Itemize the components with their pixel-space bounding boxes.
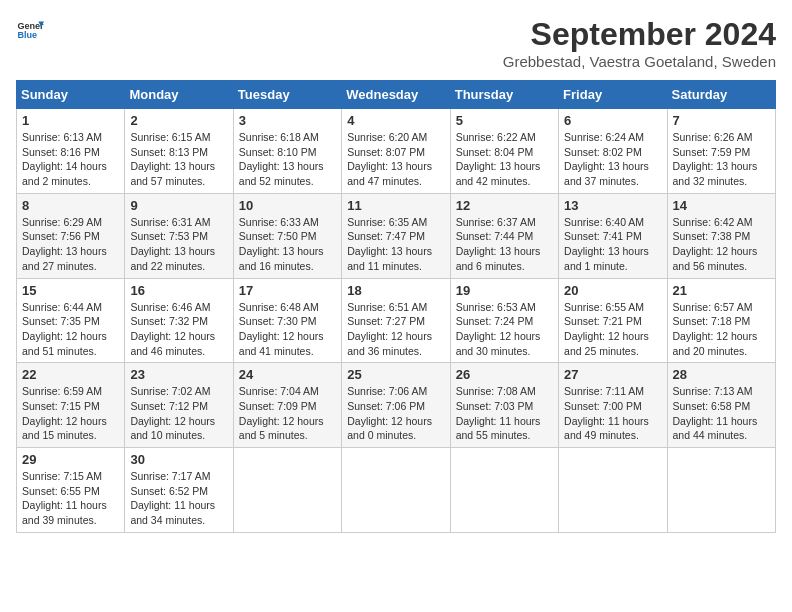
- day-info: Sunrise: 6:42 AM Sunset: 7:38 PM Dayligh…: [673, 215, 770, 274]
- calendar-cell: 8Sunrise: 6:29 AM Sunset: 7:56 PM Daylig…: [17, 193, 125, 278]
- day-number: 5: [456, 113, 553, 128]
- logo: General Blue: [16, 16, 44, 44]
- logo-icon: General Blue: [16, 16, 44, 44]
- day-info: Sunrise: 6:31 AM Sunset: 7:53 PM Dayligh…: [130, 215, 227, 274]
- day-info: Sunrise: 6:15 AM Sunset: 8:13 PM Dayligh…: [130, 130, 227, 189]
- day-number: 16: [130, 283, 227, 298]
- day-info: Sunrise: 7:02 AM Sunset: 7:12 PM Dayligh…: [130, 384, 227, 443]
- calendar-cell: 10Sunrise: 6:33 AM Sunset: 7:50 PM Dayli…: [233, 193, 341, 278]
- day-number: 6: [564, 113, 661, 128]
- week-row-5: 29Sunrise: 7:15 AM Sunset: 6:55 PM Dayli…: [17, 448, 776, 533]
- calendar-cell: 25Sunrise: 7:06 AM Sunset: 7:06 PM Dayli…: [342, 363, 450, 448]
- calendar-cell: [559, 448, 667, 533]
- week-row-1: 1Sunrise: 6:13 AM Sunset: 8:16 PM Daylig…: [17, 109, 776, 194]
- calendar-cell: [450, 448, 558, 533]
- calendar-cell: 1Sunrise: 6:13 AM Sunset: 8:16 PM Daylig…: [17, 109, 125, 194]
- day-info: Sunrise: 6:48 AM Sunset: 7:30 PM Dayligh…: [239, 300, 336, 359]
- day-info: Sunrise: 6:37 AM Sunset: 7:44 PM Dayligh…: [456, 215, 553, 274]
- col-header-tuesday: Tuesday: [233, 81, 341, 109]
- calendar-cell: 4Sunrise: 6:20 AM Sunset: 8:07 PM Daylig…: [342, 109, 450, 194]
- day-number: 27: [564, 367, 661, 382]
- day-info: Sunrise: 6:46 AM Sunset: 7:32 PM Dayligh…: [130, 300, 227, 359]
- day-info: Sunrise: 6:13 AM Sunset: 8:16 PM Dayligh…: [22, 130, 119, 189]
- day-info: Sunrise: 7:17 AM Sunset: 6:52 PM Dayligh…: [130, 469, 227, 528]
- week-row-3: 15Sunrise: 6:44 AM Sunset: 7:35 PM Dayli…: [17, 278, 776, 363]
- day-info: Sunrise: 6:26 AM Sunset: 7:59 PM Dayligh…: [673, 130, 770, 189]
- day-number: 26: [456, 367, 553, 382]
- calendar-cell: 26Sunrise: 7:08 AM Sunset: 7:03 PM Dayli…: [450, 363, 558, 448]
- day-number: 30: [130, 452, 227, 467]
- calendar-cell: 12Sunrise: 6:37 AM Sunset: 7:44 PM Dayli…: [450, 193, 558, 278]
- col-header-wednesday: Wednesday: [342, 81, 450, 109]
- calendar-cell: 29Sunrise: 7:15 AM Sunset: 6:55 PM Dayli…: [17, 448, 125, 533]
- col-header-monday: Monday: [125, 81, 233, 109]
- subtitle: Grebbestad, Vaestra Goetaland, Sweden: [503, 53, 776, 70]
- svg-text:Blue: Blue: [17, 30, 37, 40]
- calendar-cell: 19Sunrise: 6:53 AM Sunset: 7:24 PM Dayli…: [450, 278, 558, 363]
- day-number: 13: [564, 198, 661, 213]
- calendar-cell: 21Sunrise: 6:57 AM Sunset: 7:18 PM Dayli…: [667, 278, 775, 363]
- day-info: Sunrise: 6:22 AM Sunset: 8:04 PM Dayligh…: [456, 130, 553, 189]
- day-number: 11: [347, 198, 444, 213]
- day-info: Sunrise: 6:20 AM Sunset: 8:07 PM Dayligh…: [347, 130, 444, 189]
- calendar-cell: 30Sunrise: 7:17 AM Sunset: 6:52 PM Dayli…: [125, 448, 233, 533]
- calendar-cell: [342, 448, 450, 533]
- calendar-cell: 3Sunrise: 6:18 AM Sunset: 8:10 PM Daylig…: [233, 109, 341, 194]
- day-info: Sunrise: 6:24 AM Sunset: 8:02 PM Dayligh…: [564, 130, 661, 189]
- day-number: 19: [456, 283, 553, 298]
- day-info: Sunrise: 6:53 AM Sunset: 7:24 PM Dayligh…: [456, 300, 553, 359]
- calendar-cell: 13Sunrise: 6:40 AM Sunset: 7:41 PM Dayli…: [559, 193, 667, 278]
- day-info: Sunrise: 7:08 AM Sunset: 7:03 PM Dayligh…: [456, 384, 553, 443]
- day-info: Sunrise: 6:57 AM Sunset: 7:18 PM Dayligh…: [673, 300, 770, 359]
- calendar-cell: 22Sunrise: 6:59 AM Sunset: 7:15 PM Dayli…: [17, 363, 125, 448]
- day-info: Sunrise: 7:04 AM Sunset: 7:09 PM Dayligh…: [239, 384, 336, 443]
- day-number: 8: [22, 198, 119, 213]
- day-info: Sunrise: 6:44 AM Sunset: 7:35 PM Dayligh…: [22, 300, 119, 359]
- day-info: Sunrise: 7:13 AM Sunset: 6:58 PM Dayligh…: [673, 384, 770, 443]
- day-info: Sunrise: 6:59 AM Sunset: 7:15 PM Dayligh…: [22, 384, 119, 443]
- day-number: 24: [239, 367, 336, 382]
- day-info: Sunrise: 7:15 AM Sunset: 6:55 PM Dayligh…: [22, 469, 119, 528]
- col-header-thursday: Thursday: [450, 81, 558, 109]
- calendar-cell: 28Sunrise: 7:13 AM Sunset: 6:58 PM Dayli…: [667, 363, 775, 448]
- day-number: 14: [673, 198, 770, 213]
- calendar-body: 1Sunrise: 6:13 AM Sunset: 8:16 PM Daylig…: [17, 109, 776, 533]
- day-info: Sunrise: 7:06 AM Sunset: 7:06 PM Dayligh…: [347, 384, 444, 443]
- day-number: 28: [673, 367, 770, 382]
- calendar-cell: [667, 448, 775, 533]
- week-row-4: 22Sunrise: 6:59 AM Sunset: 7:15 PM Dayli…: [17, 363, 776, 448]
- calendar-cell: 6Sunrise: 6:24 AM Sunset: 8:02 PM Daylig…: [559, 109, 667, 194]
- day-number: 9: [130, 198, 227, 213]
- calendar-cell: 18Sunrise: 6:51 AM Sunset: 7:27 PM Dayli…: [342, 278, 450, 363]
- day-info: Sunrise: 6:51 AM Sunset: 7:27 PM Dayligh…: [347, 300, 444, 359]
- calendar-cell: 9Sunrise: 6:31 AM Sunset: 7:53 PM Daylig…: [125, 193, 233, 278]
- day-number: 29: [22, 452, 119, 467]
- day-number: 15: [22, 283, 119, 298]
- calendar-cell: 16Sunrise: 6:46 AM Sunset: 7:32 PM Dayli…: [125, 278, 233, 363]
- calendar-cell: 14Sunrise: 6:42 AM Sunset: 7:38 PM Dayli…: [667, 193, 775, 278]
- main-title: September 2024: [503, 16, 776, 53]
- col-header-saturday: Saturday: [667, 81, 775, 109]
- day-number: 12: [456, 198, 553, 213]
- calendar-cell: 27Sunrise: 7:11 AM Sunset: 7:00 PM Dayli…: [559, 363, 667, 448]
- day-info: Sunrise: 6:29 AM Sunset: 7:56 PM Dayligh…: [22, 215, 119, 274]
- header: General Blue September 2024 Grebbestad, …: [16, 16, 776, 70]
- col-header-friday: Friday: [559, 81, 667, 109]
- calendar-cell: 23Sunrise: 7:02 AM Sunset: 7:12 PM Dayli…: [125, 363, 233, 448]
- day-number: 18: [347, 283, 444, 298]
- day-info: Sunrise: 6:33 AM Sunset: 7:50 PM Dayligh…: [239, 215, 336, 274]
- day-number: 2: [130, 113, 227, 128]
- calendar-cell: 5Sunrise: 6:22 AM Sunset: 8:04 PM Daylig…: [450, 109, 558, 194]
- day-number: 23: [130, 367, 227, 382]
- calendar-cell: 17Sunrise: 6:48 AM Sunset: 7:30 PM Dayli…: [233, 278, 341, 363]
- day-info: Sunrise: 6:35 AM Sunset: 7:47 PM Dayligh…: [347, 215, 444, 274]
- day-number: 21: [673, 283, 770, 298]
- day-number: 20: [564, 283, 661, 298]
- day-number: 3: [239, 113, 336, 128]
- day-number: 17: [239, 283, 336, 298]
- day-info: Sunrise: 6:40 AM Sunset: 7:41 PM Dayligh…: [564, 215, 661, 274]
- day-number: 25: [347, 367, 444, 382]
- col-header-sunday: Sunday: [17, 81, 125, 109]
- calendar-cell: 7Sunrise: 6:26 AM Sunset: 7:59 PM Daylig…: [667, 109, 775, 194]
- day-number: 22: [22, 367, 119, 382]
